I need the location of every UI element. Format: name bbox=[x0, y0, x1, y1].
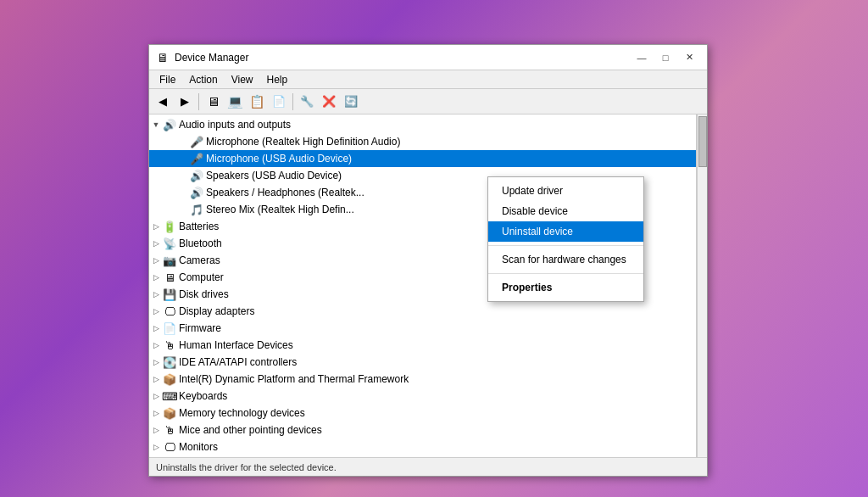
tree-item-firmware[interactable]: ▷ 📄 Firmware bbox=[149, 320, 696, 337]
driver-button[interactable]: 📄 bbox=[269, 92, 289, 112]
icon-stereo: 🎵 bbox=[190, 203, 203, 216]
label-bluetooth: Bluetooth bbox=[179, 237, 222, 249]
tree-item-intel-dptf[interactable]: ▷ 📦 Intel(R) Dynamic Platform and Therma… bbox=[149, 371, 696, 388]
label-computer: Computer bbox=[179, 271, 224, 283]
status-text: Uninstalls the driver for the selected d… bbox=[156, 462, 337, 472]
chevron-memory: ▷ bbox=[149, 405, 163, 422]
label-intel-dptf: Intel(R) Dynamic Platform and Thermal Fr… bbox=[179, 373, 409, 385]
label-mic-realtek: Microphone (Realtek High Definition Audi… bbox=[206, 136, 400, 148]
tree-item-ide[interactable]: ▷ 💽 IDE ATA/ATAPI controllers bbox=[149, 354, 696, 371]
minimize-button[interactable]: — bbox=[631, 49, 653, 66]
window-icon: 🖥 bbox=[156, 51, 170, 64]
ctx-separator-1 bbox=[488, 245, 643, 246]
icon-spk-realtek: 🔊 bbox=[190, 186, 203, 199]
icon-display: 🖵 bbox=[163, 304, 176, 318]
label-firmware: Firmware bbox=[179, 322, 221, 334]
ctx-disable-device[interactable]: Disable device bbox=[488, 201, 643, 221]
label-keyboards: Keyboards bbox=[179, 390, 227, 402]
status-bar: Uninstalls the driver for the selected d… bbox=[149, 457, 707, 476]
icon-computer: 🖥 bbox=[163, 271, 176, 284]
ctx-separator-2 bbox=[488, 273, 643, 274]
back-button[interactable]: ◀ bbox=[153, 92, 173, 112]
tree-item-mice[interactable]: ▷ 🖱 Mice and other pointing devices bbox=[149, 422, 696, 438]
icon-ide: 💽 bbox=[163, 355, 176, 369]
icon-monitors: 🖵 bbox=[163, 440, 176, 454]
label-disk: Disk drives bbox=[179, 288, 229, 300]
ctx-properties[interactable]: Properties bbox=[488, 277, 643, 298]
icon-hid: 🖱 bbox=[163, 338, 176, 352]
scrollbar[interactable] bbox=[697, 114, 707, 457]
device-manager-window: 🖥 Device Manager — □ ✕ File Action View … bbox=[148, 44, 708, 477]
menu-file[interactable]: File bbox=[153, 72, 182, 87]
tree-item-memory[interactable]: ▷ 📦 Memory technology devices bbox=[149, 405, 696, 422]
icon-disk: 💾 bbox=[163, 288, 176, 301]
window-title: Device Manager bbox=[175, 52, 248, 64]
chevron-firmware: ▷ bbox=[149, 320, 163, 337]
resource-button[interactable]: 📋 bbox=[247, 92, 267, 112]
label-mic-usb: Microphone (USB Audio Device) bbox=[206, 153, 352, 165]
context-menu: Update driver Disable device Uninstall d… bbox=[487, 176, 644, 302]
device-button[interactable]: 💻 bbox=[225, 92, 245, 112]
chevron-bluetooth: ▷ bbox=[149, 235, 163, 252]
tree-item-monitors[interactable]: ▷ 🖵 Monitors bbox=[149, 438, 696, 455]
tree-item-keyboards[interactable]: ▷ ⌨ Keyboards bbox=[149, 388, 696, 405]
label-spk-realtek: Speakers / Headphones (Realtek... bbox=[206, 187, 364, 198]
label-cameras: Cameras bbox=[179, 254, 220, 266]
scroll-thumb[interactable] bbox=[698, 116, 707, 167]
label-spk-usb: Speakers (USB Audio Device) bbox=[206, 170, 342, 181]
ctx-uninstall-device[interactable]: Uninstall device bbox=[488, 221, 643, 242]
menu-action[interactable]: Action bbox=[182, 72, 224, 87]
icon-intel-dptf: 📦 bbox=[163, 372, 176, 386]
icon-mic-realtek: 🎤 bbox=[190, 135, 203, 148]
title-bar: 🖥 Device Manager — □ ✕ bbox=[149, 45, 707, 70]
chevron-batteries: ▷ bbox=[149, 218, 163, 235]
menu-view[interactable]: View bbox=[225, 72, 260, 87]
label-mice: Mice and other pointing devices bbox=[179, 424, 322, 436]
toolbar: ◀ ▶ 🖥 💻 📋 📄 🔧 ❌ 🔄 bbox=[149, 89, 707, 114]
tree-item-mic-realtek[interactable]: ▷ 🎤 Microphone (Realtek High Definition … bbox=[149, 133, 696, 150]
menu-bar: File Action View Help bbox=[149, 70, 707, 89]
icon-mice: 🖱 bbox=[163, 423, 176, 437]
icon-firmware: 📄 bbox=[163, 321, 176, 335]
label-memory: Memory technology devices bbox=[179, 407, 305, 419]
icon-keyboards: ⌨ bbox=[163, 389, 176, 403]
scan-button[interactable]: 🔄 bbox=[341, 92, 361, 112]
label-batteries: Batteries bbox=[179, 221, 219, 232]
tree-item-mic-usb[interactable]: ▷ 🎤 Microphone (USB Audio Device) bbox=[149, 150, 696, 167]
icon-batteries: 🔋 bbox=[163, 220, 176, 233]
chevron-ide: ▷ bbox=[149, 354, 163, 371]
icon-spk-usb: 🔊 bbox=[190, 169, 203, 182]
tree-item-display[interactable]: ▷ 🖵 Display adapters bbox=[149, 303, 696, 320]
chevron-mice: ▷ bbox=[149, 422, 163, 438]
toolbar-separator-2 bbox=[292, 93, 293, 110]
ctx-update-driver[interactable]: Update driver bbox=[488, 181, 643, 201]
tree-item-root-audio[interactable]: ▼ 🔊 Audio inputs and outputs bbox=[149, 116, 696, 133]
chevron-computer: ▷ bbox=[149, 269, 163, 286]
toolbar-separator-1 bbox=[198, 93, 199, 110]
ctx-scan-hardware[interactable]: Scan for hardware changes bbox=[488, 249, 643, 270]
close-button[interactable]: ✕ bbox=[678, 49, 700, 66]
title-bar-controls: — □ ✕ bbox=[631, 49, 700, 66]
label-hid: Human Interface Devices bbox=[179, 339, 293, 351]
chevron-audio: ▼ bbox=[149, 116, 163, 133]
title-bar-left: 🖥 Device Manager bbox=[156, 51, 248, 64]
icon-memory: 📦 bbox=[163, 406, 176, 420]
icon-mic-usb: 🎤 bbox=[190, 152, 203, 165]
chevron-monitors: ▷ bbox=[149, 438, 163, 455]
update-button[interactable]: 🔧 bbox=[297, 92, 317, 112]
label-monitors: Monitors bbox=[179, 441, 218, 453]
label-stereo: Stereo Mix (Realtek High Defin... bbox=[206, 204, 354, 215]
forward-button[interactable]: ▶ bbox=[175, 92, 195, 112]
chevron-disk: ▷ bbox=[149, 286, 163, 303]
icon-cameras: 📷 bbox=[163, 254, 176, 267]
uninstall-button[interactable]: ❌ bbox=[319, 92, 339, 112]
menu-help[interactable]: Help bbox=[260, 72, 295, 87]
maximize-button[interactable]: □ bbox=[654, 49, 676, 66]
tree-item-hid[interactable]: ▷ 🖱 Human Interface Devices bbox=[149, 337, 696, 354]
chevron-intel-dptf: ▷ bbox=[149, 371, 163, 388]
chevron-cameras: ▷ bbox=[149, 252, 163, 269]
chevron-display: ▷ bbox=[149, 303, 163, 320]
computer-button[interactable]: 🖥 bbox=[203, 92, 223, 112]
label-display: Display adapters bbox=[179, 305, 254, 317]
label-ide: IDE ATA/ATAPI controllers bbox=[179, 356, 297, 368]
